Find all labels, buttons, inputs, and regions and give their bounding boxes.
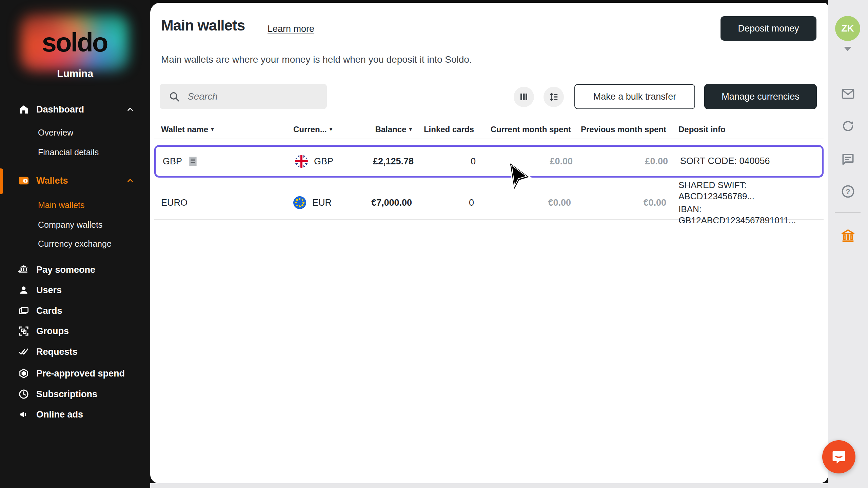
- row-density-toggle[interactable]: [544, 87, 564, 107]
- linked-cards-cell: 0: [414, 156, 476, 167]
- sidebar-item-label: Subscriptions: [36, 389, 97, 400]
- user-icon: [18, 284, 29, 296]
- sidebar-item-pay-someone[interactable]: Pay someone: [0, 260, 150, 280]
- columns-icon: [519, 92, 529, 102]
- sidebar-item-label: Dashboard: [36, 104, 84, 115]
- hexagon-icon: [18, 368, 29, 379]
- column-header-wallet-name[interactable]: Wallet name ▾: [161, 125, 293, 134]
- currency-cell: EUR: [293, 196, 358, 209]
- bottom-strip: [150, 483, 828, 488]
- sort-arrow-icon[interactable]: ▾: [330, 126, 333, 133]
- deposit-info-cell: SORT CODE: 040056: [668, 156, 818, 167]
- linked-cards-cell: 0: [412, 198, 474, 208]
- column-header-current-month-spent: Current month spent: [474, 125, 571, 134]
- chevron-up-icon[interactable]: [126, 106, 134, 113]
- table-row-euro[interactable]: EURO EUR €7,000.00 0 €0.00 €0.00 SHARED …: [154, 180, 824, 220]
- chevron-up-icon[interactable]: [126, 177, 134, 184]
- sidebar-item-currency-exchange[interactable]: Currency exchange: [0, 234, 150, 253]
- sidebar-item-cards[interactable]: Cards: [0, 301, 150, 321]
- rail-divider: [835, 212, 861, 213]
- sidebar-item-main-wallets[interactable]: Main wallets: [0, 196, 150, 215]
- deposit-money-button[interactable]: Deposit money: [721, 16, 816, 41]
- search-box[interactable]: [160, 84, 327, 109]
- sidebar-item-requests[interactable]: Requests: [0, 342, 150, 362]
- mail-icon[interactable]: [840, 86, 856, 102]
- wallet-name-cell: EURO: [161, 198, 293, 208]
- refresh-icon[interactable]: [840, 118, 856, 134]
- search-icon: [169, 91, 180, 102]
- help-icon[interactable]: ?: [840, 184, 856, 199]
- sidebar-item-label: Cards: [36, 306, 62, 316]
- double-check-icon: [18, 346, 29, 358]
- avatar[interactable]: ZK: [835, 16, 860, 41]
- sort-arrow-icon[interactable]: ▾: [409, 126, 412, 133]
- column-header-linked-cards: Linked cards: [412, 125, 474, 134]
- page-subtitle: Main wallets are where your money is hel…: [161, 54, 472, 65]
- balance-cell: £2,125.78: [359, 156, 414, 167]
- sidebar-item-users[interactable]: Users: [0, 280, 150, 300]
- intercom-chat-button[interactable]: [822, 440, 855, 473]
- cards-icon: [18, 305, 29, 317]
- sidebar-item-financial-details[interactable]: Financial details: [0, 143, 150, 162]
- column-header-balance[interactable]: Balance ▾: [358, 125, 412, 134]
- deposit-info-cell: SHARED SWIFT: ABCD123456789... IBAN: GB1…: [666, 180, 820, 226]
- home-icon: [18, 104, 29, 115]
- logo-text: soldo: [42, 27, 107, 58]
- wallet-icon: [18, 175, 29, 186]
- sidebar-item-label: Requests: [36, 347, 78, 357]
- right-rail-background: [828, 0, 868, 488]
- bank-transfer-icon: [18, 264, 29, 276]
- sidebar-item-wallets[interactable]: Wallets: [0, 171, 150, 190]
- sidebar-item-label: Online ads: [36, 409, 83, 420]
- page-title: Main wallets: [161, 17, 245, 34]
- column-view-toggle[interactable]: [514, 87, 534, 107]
- column-header-deposit-info: Deposit info: [666, 125, 820, 134]
- company-name: Lumina: [0, 68, 150, 79]
- previous-month-spent-cell: £0.00: [573, 156, 668, 167]
- sidebar-nav: Dashboard Overview Financial details: [0, 100, 150, 424]
- sidebar-item-label: Pre-approved spend: [36, 368, 125, 379]
- clock-icon: [18, 388, 29, 400]
- avatar-menu-caret-icon[interactable]: [844, 47, 851, 51]
- sidebar-item-label: Wallets: [36, 176, 68, 186]
- previous-month-spent-cell: €0.00: [571, 198, 666, 208]
- column-header-currency[interactable]: Curren... ▾: [293, 125, 358, 134]
- wallet-name-cell: GBP: [163, 156, 295, 167]
- sidebar-item-dashboard[interactable]: Dashboard: [0, 100, 150, 119]
- uk-flag-icon: [295, 155, 308, 168]
- main-content: Main wallets Learn more Main wallets are…: [150, 3, 828, 483]
- manage-currencies-button[interactable]: Manage currencies: [704, 84, 817, 109]
- current-month-spent-cell: €0.00: [474, 198, 571, 208]
- sidebar-item-label: Pay someone: [36, 265, 95, 275]
- svg-text:?: ?: [846, 187, 850, 196]
- sort-arrow-icon[interactable]: ▾: [211, 126, 214, 133]
- bank-icon[interactable]: [840, 228, 856, 244]
- sidebar: soldo Lumina Dashboard Overview Financia…: [0, 0, 150, 488]
- sort-rows-icon: [549, 92, 559, 102]
- search-input[interactable]: [188, 91, 310, 102]
- statement-icon[interactable]: [188, 156, 198, 167]
- eu-flag-icon: [293, 196, 306, 209]
- learn-more-link[interactable]: Learn more: [268, 24, 314, 34]
- sidebar-item-overview[interactable]: Overview: [0, 123, 150, 142]
- soldo-logo[interactable]: soldo: [20, 14, 129, 71]
- sidebar-item-label: Groups: [36, 326, 69, 337]
- balance-cell: €7,000.00: [358, 198, 412, 208]
- sidebar-item-online-ads[interactable]: Online ads: [0, 405, 150, 424]
- sidebar-item-pre-approved-spend[interactable]: Pre-approved spend: [0, 364, 150, 383]
- megaphone-icon: [18, 409, 29, 420]
- column-header-previous-month-spent: Previous month spent: [571, 125, 666, 134]
- chat-icon[interactable]: [840, 151, 856, 167]
- bulk-transfer-button[interactable]: Make a bulk transfer: [574, 84, 695, 109]
- currency-cell: GBP: [295, 155, 359, 168]
- sidebar-item-groups[interactable]: Groups: [0, 321, 150, 341]
- table-header: Wallet name ▾ Curren... ▾ Balance ▾ Link…: [154, 120, 824, 139]
- sidebar-item-label: Users: [36, 285, 62, 296]
- sidebar-item-company-wallets[interactable]: Company wallets: [0, 215, 150, 234]
- app-window: soldo Lumina Dashboard Overview Financia…: [0, 0, 868, 488]
- current-month-spent-cell: £0.00: [476, 156, 573, 167]
- sidebar-item-subscriptions[interactable]: Subscriptions: [0, 384, 150, 404]
- chat-bubble-smile-icon: [830, 448, 848, 466]
- table-row-gbp[interactable]: GBP GBP £2,125.78 0 £0.00 £0.00 SORT COD…: [154, 145, 824, 178]
- groups-icon: [18, 325, 29, 337]
